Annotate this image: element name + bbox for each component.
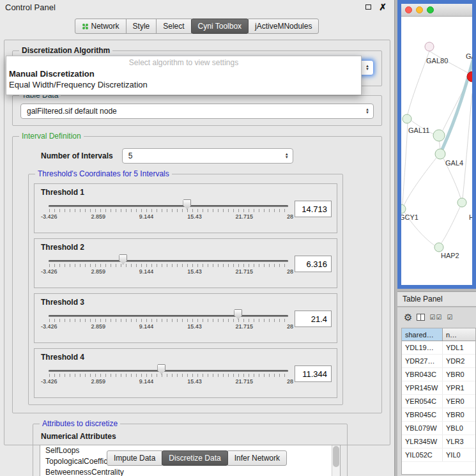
tab-label: Cyni Toolbox [198,22,242,31]
table-row[interactable]: YIL052CYIL0 [402,449,475,462]
tab-label: Infer Network [234,454,280,463]
network-node[interactable] [457,198,466,207]
node-label: GAL11 [408,127,429,134]
interval-definition-group: Interval Definition Number of Intervals … [12,136,382,413]
window-title: Control Panel [5,3,358,12]
tab-cyni-toolbox[interactable]: Cyni Toolbox [191,19,249,34]
table-panel-header: Table Panel [397,291,476,307]
threshold-2-value-field[interactable] [295,256,332,272]
table-row[interactable]: YPR145WYPR1 [402,381,475,395]
threshold-1-slider-thumb[interactable] [183,199,191,210]
threshold-4-slider[interactable]: -3.4262.8599.14415.4321.71528 [49,363,288,390]
number-of-intervals-combo[interactable]: 5 ▲ ▼ [122,148,293,164]
group-title: Attributes to discretize [40,419,120,428]
network-view-window: GAL80 GA GAL11 GAL4 GCY1 H HAP2 [397,0,476,289]
tab-label: Network [91,22,119,31]
threshold-3-slider[interactable]: -3.4262.8599.14415.4321.71528 [49,308,288,335]
select-all-columns-icon[interactable]: ☑☑ [429,314,442,321]
table-row[interactable]: YBL079WYBL0 [402,422,475,435]
network-node[interactable] [403,114,411,123]
column-header-shared[interactable]: shared… [402,328,443,341]
table-body: YDL19…YDL1YDR27…YDR2YBR043CYBR0YPR145WYP… [402,341,475,462]
columns-icon[interactable] [417,314,425,321]
network-node[interactable] [435,149,445,159]
table-row[interactable]: YER054CYER0 [402,395,475,408]
network-node[interactable] [401,204,406,213]
threshold-3-slider-thumb[interactable] [234,309,242,319]
network-node[interactable] [434,243,443,252]
float-window-button[interactable] [365,4,371,10]
threshold-3-label: Threshold 3 [41,298,332,307]
network-canvas-svg: GAL80 GA GAL11 GAL4 GCY1 H HAP2 [401,17,472,285]
network-window-titlebar [401,4,472,17]
list-item[interactable]: BetweennessCentrality [40,467,340,476]
gear-icon[interactable]: ⚙ [404,312,412,322]
close-window-button[interactable]: ✗ [379,3,387,12]
table-row[interactable]: YLR345WYLR3 [402,435,475,449]
threshold-3-panel: Threshold 3 -3.4262.8599.14415.4321.7152… [34,293,337,343]
table-row[interactable]: YBR043CYBR0 [402,368,475,381]
float-icon [365,4,371,10]
slider-tick-labels: -3.4262.8599.14415.4321.71528 [41,213,293,220]
tab-label: Impute Data [114,454,155,463]
tab-impute-data[interactable]: Impute Data [107,450,162,466]
number-of-intervals-value: 5 [128,151,283,160]
mac-zoom-icon[interactable] [427,6,434,13]
tab-infer-network[interactable]: Infer Network [227,450,287,466]
table-cell: YLR3 [443,435,475,448]
select-column-icon[interactable]: ☑ [447,314,453,321]
slider-track [49,315,288,317]
node-label: GA [466,52,472,60]
table-cell: YBR045C [402,408,443,421]
threshold-2-slider-thumb[interactable] [119,254,127,265]
tick-label: 21.715 [236,378,254,385]
table-panel-toolbar: ⚙ ☑☑ ☑ [397,307,476,326]
tick-label: 2.859 [91,268,105,275]
table-cell: YDL19… [402,341,443,354]
tab-select[interactable]: Select [156,19,191,34]
mac-close-icon[interactable] [405,6,412,13]
combo-stepper-icon: ▲ ▼ [283,153,291,159]
threshold-3-value-field[interactable] [295,311,332,327]
threshold-1-value-field[interactable] [295,201,332,217]
tab-style[interactable]: Style [126,19,157,34]
tick-label: 9.144 [139,213,154,220]
threshold-2-label: Threshold 2 [41,243,332,252]
network-icon [82,23,89,30]
slider-ticks [49,374,288,377]
table-row[interactable]: YDL19…YDL1 [402,341,475,355]
tab-jactivemnodules[interactable]: jActiveMNodules [248,19,319,34]
table-cell: YBR0 [443,408,475,421]
column-header-name[interactable]: n… [443,328,475,341]
network-node[interactable] [425,42,434,51]
thresholds-coordinates-group: Threshold's Coordinates for 5 Intervals … [28,174,343,405]
number-of-intervals-row: Number of Intervals 5 ▲ ▼ [41,148,376,164]
network-canvas[interactable]: GAL80 GA GAL11 GAL4 GCY1 H HAP2 [401,17,472,285]
threshold-1-slider[interactable]: -3.4262.8599.14415.4321.71528 [49,198,288,225]
tick-label: -3.426 [41,213,58,220]
table-panel-title: Table Panel [403,295,443,303]
table-data-combo[interactable]: galFiltered.sif default node ▲ ▼ [20,104,374,119]
threshold-4-value-field[interactable] [295,365,332,382]
table-row[interactable]: YBR045CYBR0 [402,408,475,422]
table-header-row: shared… n… [402,328,475,341]
dropdown-placeholder-option[interactable]: Select algorithm to view settings [6,56,361,68]
tick-label: 15.43 [187,213,202,220]
mac-minimize-icon[interactable] [416,6,423,13]
control-panel-titlebar: Control Panel ✗ [0,0,394,14]
node-label: GAL80 [426,57,448,65]
dropdown-option-equal-width-frequency[interactable]: Equal Width/Frequency Discretization [6,79,361,90]
threshold-2-slider[interactable]: -3.4262.8599.14415.4321.71528 [49,253,288,280]
tab-network[interactable]: Network [75,19,127,34]
table-row[interactable]: YDR27…YDR2 [402,355,475,368]
combo-stepper-icon: ▲ ▼ [364,108,371,114]
tick-label: 21.715 [236,268,254,275]
slider-ticks [49,209,288,212]
tick-label: 28 [287,213,293,220]
dropdown-option-manual-discretization[interactable]: Manual Discretization [6,68,361,79]
slider-tick-labels: -3.4262.8599.14415.4321.71528 [41,323,293,330]
threshold-4-slider-thumb[interactable] [157,364,165,374]
tab-label: Select [163,22,184,31]
network-node[interactable] [433,130,445,141]
tab-discretize-data[interactable]: Discretize Data [162,450,227,466]
